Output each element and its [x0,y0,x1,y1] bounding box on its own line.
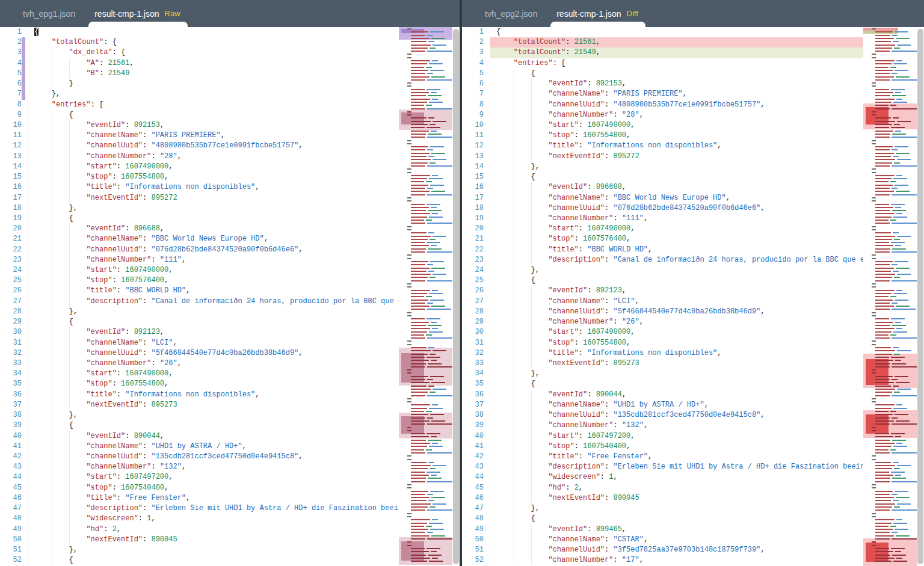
code-line[interactable]: 44 "start": 1607497200, [0,472,399,482]
line-number[interactable]: 18 [0,203,28,214]
code-line[interactable]: 16 "title": "Informations non disponible… [0,182,399,192]
code-line[interactable]: 11 "stop": 1607554800, [462,131,863,141]
code-line[interactable]: 13 "nextEventId": 895272 [462,152,863,162]
code-line[interactable]: 28 "channelUuid": "5f466844540e77d4c0ba2… [462,307,863,317]
code-line[interactable]: 45 "stop": 1607540400, [0,483,399,493]
line-number[interactable]: 41 [0,441,28,452]
code-line[interactable]: 23 "description": "Canal de informaciðn … [462,255,863,265]
line-number[interactable]: 3 [462,48,490,58]
line-number[interactable]: 16 [462,182,490,192]
code-line[interactable]: 16 "eventId": 896688, [462,182,863,192]
line-number[interactable]: 12 [462,141,490,151]
code-line[interactable]: 1{ [0,27,399,37]
code-line[interactable]: 11 "channelName": "PARIS PREMIERE", [0,131,399,141]
code-line[interactable]: 4 "entries": [ [462,58,863,69]
line-number[interactable]: 4 [462,58,490,69]
code-line[interactable]: 49 "hd": 2, [0,524,399,535]
code-line[interactable]: 14 }, [462,162,863,172]
code-line[interactable]: 31 "channelName": "LCI", [0,338,399,348]
tab-result-cmp-left[interactable]: result-cmp-1.json Raw [91,0,183,27]
code-line[interactable]: 47 }, [462,503,863,514]
code-line[interactable]: 30 "eventId": 892123, [0,327,399,337]
code-line[interactable]: 1{ [462,27,863,37]
code-line[interactable]: 15 "stop": 1607554800, [0,172,399,182]
line-number[interactable]: 51 [0,545,28,555]
tab-tvh-epg2[interactable]: tvh_epg2.json [485,0,537,27]
line-number[interactable]: 23 [462,255,490,265]
line-number[interactable]: 37 [462,400,490,410]
line-number[interactable]: 7 [462,89,490,99]
line-number[interactable]: 20 [0,224,28,234]
line-number[interactable]: 30 [0,327,28,337]
code-line[interactable]: 22 "channelUuid": "076d28b62bde84374520a… [0,245,399,255]
line-number[interactable]: 8 [462,100,490,110]
code-line[interactable]: 14 "start": 1607490000, [0,162,399,172]
code-line[interactable]: 24 "start": 1607490000, [0,265,399,275]
line-number[interactable]: 47 [0,503,28,514]
code-line[interactable]: 48 { [462,514,863,524]
line-number[interactable]: 50 [0,535,28,545]
code-line[interactable]: 25 { [462,275,863,286]
right-minimap[interactable] [863,27,917,566]
left-scrollbar-thumb[interactable] [453,29,459,564]
line-number[interactable]: 8 [0,100,28,110]
left-minimap[interactable] [399,27,452,566]
code-line[interactable]: 43 "description": "Erleben Sie mit UHD1 … [462,462,863,472]
code-line[interactable]: 19 { [0,214,399,224]
code-line[interactable]: 32 "channelUuid": "5f466844540e77d4c0ba2… [0,348,399,358]
code-line[interactable]: 43 "channelNumber": "132", [0,462,399,472]
code-line[interactable]: 5 "B": 21549 [0,69,399,79]
code-line[interactable]: 18 }, [0,203,399,214]
code-line[interactable]: 9 "channelNumber": "28", [462,110,863,120]
code-line[interactable]: 36 "eventId": 890044, [462,390,863,400]
code-line[interactable]: 29 "channelNumber": "26", [462,317,863,327]
code-line[interactable]: 33 "nextEventId": 895273 [462,358,863,369]
line-number[interactable]: 12 [0,141,28,151]
code-line[interactable]: 35 "stop": 1607554800, [0,379,399,389]
code-line[interactable]: 21 "stop": 1607576400, [462,234,863,244]
line-number[interactable]: 27 [462,297,490,307]
line-number[interactable]: 42 [0,452,28,462]
code-line[interactable]: 9 { [0,110,399,120]
line-number[interactable]: 52 [462,555,490,565]
code-line[interactable]: 4 "A": 21561, [0,58,399,69]
code-line[interactable]: 8 "entries": [ [0,100,399,110]
code-line[interactable]: 20 "start": 1607490000, [462,224,863,234]
code-line[interactable]: 51 "channelUuid": "3f5ed7825aa37e9703b14… [462,545,863,555]
line-number[interactable]: 14 [0,162,28,172]
code-line[interactable]: 37 "nextEventId": 895273 [0,400,399,410]
code-line[interactable]: 8 "channelUuid": "4808980b535b77ce1e0991… [462,100,863,110]
code-line[interactable]: 52 "channelNumber": "17", [462,555,863,565]
line-number[interactable]: 19 [0,214,28,224]
code-line[interactable]: 21 "channelName": "BBC World News Europe… [0,234,399,244]
line-number[interactable]: 21 [0,234,28,244]
code-line[interactable]: 38 }, [0,410,399,420]
line-number[interactable]: 36 [0,390,28,400]
line-number[interactable]: 39 [462,420,490,431]
code-line[interactable]: 25 "stop": 1607576400, [0,275,399,286]
line-number[interactable]: 43 [0,462,28,472]
line-number[interactable]: 1 [462,27,490,37]
tab-tvh-epg1[interactable]: tvh_epg1.json [23,0,75,27]
line-number[interactable]: 10 [462,120,490,131]
line-number[interactable]: 9 [0,110,28,120]
line-number[interactable]: 2 [462,37,490,48]
line-number[interactable]: 49 [462,524,490,535]
line-number[interactable]: 28 [0,307,28,317]
line-number[interactable]: 1 [0,27,28,37]
line-number[interactable]: 33 [462,358,490,369]
line-number[interactable]: 3 [0,48,28,58]
line-number[interactable]: 44 [462,472,490,482]
line-number[interactable]: 41 [462,441,490,452]
code-line[interactable]: 42 "channelUuid": "135cdb281ccf3ced47750… [0,452,399,462]
code-line[interactable]: 32 "title": "Informations non disponible… [462,348,863,358]
code-line[interactable]: 12 "title": "Informations non disponible… [462,141,863,151]
code-line[interactable]: 3 "dx_delta": { [0,48,399,58]
line-number[interactable]: 16 [0,182,28,192]
code-line[interactable]: 10 "start": 1607490000, [462,120,863,131]
code-line[interactable]: 38 "channelUuid": "135cdb281ccf3ced47750… [462,410,863,420]
code-line[interactable]: 7 }, [0,89,399,99]
code-line[interactable]: 33 "channelNumber": "26", [0,358,399,369]
line-number[interactable]: 6 [0,79,28,89]
code-line[interactable]: 26 "eventId": 892123, [462,286,863,296]
